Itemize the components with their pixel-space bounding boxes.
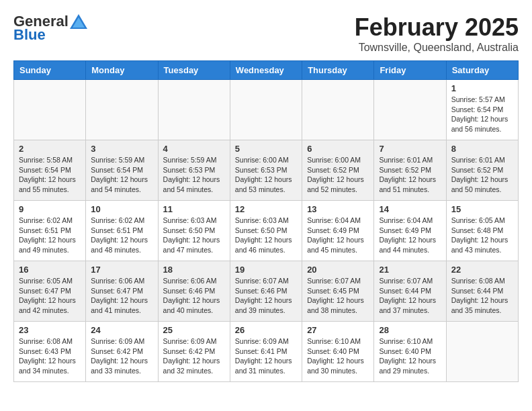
weekday-header-sunday: Sunday — [14, 61, 86, 80]
calendar-week-row: 2Sunrise: 5:58 AM Sunset: 6:54 PM Daylig… — [14, 140, 519, 201]
calendar-day-cell: 13Sunrise: 6:04 AM Sunset: 6:49 PM Dayli… — [302, 201, 374, 261]
calendar-day-cell: 8Sunrise: 6:01 AM Sunset: 6:52 PM Daylig… — [446, 140, 518, 201]
weekday-header-saturday: Saturday — [446, 61, 518, 80]
day-info: Sunrise: 6:07 AM Sunset: 6:44 PM Dayligh… — [379, 276, 441, 316]
day-info: Sunrise: 6:03 AM Sunset: 6:50 PM Dayligh… — [235, 216, 297, 255]
day-info: Sunrise: 6:08 AM Sunset: 6:44 PM Dayligh… — [451, 276, 513, 316]
weekday-header-friday: Friday — [374, 61, 446, 80]
day-info: Sunrise: 6:04 AM Sunset: 6:49 PM Dayligh… — [379, 216, 441, 255]
weekday-header-monday: Monday — [86, 61, 158, 80]
day-info: Sunrise: 6:05 AM Sunset: 6:47 PM Dayligh… — [19, 276, 81, 316]
day-info: Sunrise: 6:02 AM Sunset: 6:51 PM Dayligh… — [19, 216, 81, 255]
calendar-day-cell: 24Sunrise: 6:09 AM Sunset: 6:42 PM Dayli… — [86, 322, 158, 382]
day-number: 5 — [235, 144, 297, 154]
day-number: 9 — [19, 204, 81, 214]
calendar-day-cell: 7Sunrise: 6:01 AM Sunset: 6:52 PM Daylig… — [374, 140, 446, 201]
day-info: Sunrise: 6:06 AM Sunset: 6:47 PM Dayligh… — [91, 276, 152, 316]
day-number: 6 — [307, 144, 369, 154]
calendar-day-cell: 20Sunrise: 6:07 AM Sunset: 6:45 PM Dayli… — [302, 261, 374, 322]
calendar-day-cell: 28Sunrise: 6:10 AM Sunset: 6:40 PM Dayli… — [374, 322, 446, 382]
day-number: 18 — [163, 265, 225, 275]
calendar-day-cell — [158, 80, 230, 140]
day-number: 1 — [451, 83, 513, 93]
calendar-day-cell: 9Sunrise: 6:02 AM Sunset: 6:51 PM Daylig… — [14, 201, 86, 261]
calendar-day-cell: 6Sunrise: 6:00 AM Sunset: 6:52 PM Daylig… — [302, 140, 374, 201]
day-info: Sunrise: 5:59 AM Sunset: 6:53 PM Dayligh… — [163, 155, 225, 195]
calendar-day-cell — [86, 80, 158, 140]
day-number: 17 — [91, 265, 152, 275]
logo: General Blue — [13, 13, 87, 43]
day-number: 7 — [379, 144, 441, 154]
day-number: 21 — [379, 265, 441, 275]
day-number: 16 — [19, 265, 81, 275]
calendar-table: SundayMondayTuesdayWednesdayThursdayFrid… — [13, 60, 519, 382]
location-title: Townsville, Queensland, Australia — [355, 42, 519, 54]
day-info: Sunrise: 6:10 AM Sunset: 6:40 PM Dayligh… — [307, 336, 369, 376]
day-number: 23 — [19, 325, 81, 335]
calendar-week-row: 9Sunrise: 6:02 AM Sunset: 6:51 PM Daylig… — [14, 201, 519, 261]
calendar-day-cell: 15Sunrise: 6:05 AM Sunset: 6:48 PM Dayli… — [446, 201, 518, 261]
calendar-day-cell: 23Sunrise: 6:08 AM Sunset: 6:43 PM Dayli… — [14, 322, 86, 382]
day-info: Sunrise: 6:04 AM Sunset: 6:49 PM Dayligh… — [307, 216, 369, 255]
day-number: 24 — [91, 325, 152, 335]
day-number: 27 — [307, 325, 369, 335]
day-number: 22 — [451, 265, 513, 275]
day-number: 12 — [235, 204, 297, 214]
day-number: 20 — [307, 265, 369, 275]
day-number: 15 — [451, 204, 513, 214]
day-info: Sunrise: 5:59 AM Sunset: 6:54 PM Dayligh… — [91, 155, 152, 195]
day-info: Sunrise: 5:58 AM Sunset: 6:54 PM Dayligh… — [19, 155, 81, 195]
day-info: Sunrise: 6:07 AM Sunset: 6:46 PM Dayligh… — [235, 276, 297, 316]
day-info: Sunrise: 6:07 AM Sunset: 6:45 PM Dayligh… — [307, 276, 369, 316]
weekday-header-row: SundayMondayTuesdayWednesdayThursdayFrid… — [14, 61, 519, 80]
day-info: Sunrise: 5:57 AM Sunset: 6:54 PM Dayligh… — [451, 95, 513, 134]
calendar-day-cell: 1Sunrise: 5:57 AM Sunset: 6:54 PM Daylig… — [446, 80, 518, 140]
calendar-day-cell: 22Sunrise: 6:08 AM Sunset: 6:44 PM Dayli… — [446, 261, 518, 322]
calendar-week-row: 1Sunrise: 5:57 AM Sunset: 6:54 PM Daylig… — [14, 80, 519, 140]
calendar-day-cell — [302, 80, 374, 140]
day-info: Sunrise: 6:09 AM Sunset: 6:42 PM Dayligh… — [163, 336, 225, 376]
calendar-day-cell: 18Sunrise: 6:06 AM Sunset: 6:46 PM Dayli… — [158, 261, 230, 322]
day-info: Sunrise: 6:01 AM Sunset: 6:52 PM Dayligh… — [451, 155, 513, 195]
calendar-day-cell: 27Sunrise: 6:10 AM Sunset: 6:40 PM Dayli… — [302, 322, 374, 382]
page-header: General Blue February 2025 Townsville, Q… — [13, 13, 519, 54]
day-info: Sunrise: 6:09 AM Sunset: 6:42 PM Dayligh… — [91, 336, 152, 376]
day-number: 14 — [379, 204, 441, 214]
day-info: Sunrise: 6:10 AM Sunset: 6:40 PM Dayligh… — [379, 336, 441, 376]
calendar-day-cell: 10Sunrise: 6:02 AM Sunset: 6:51 PM Dayli… — [86, 201, 158, 261]
calendar-week-row: 23Sunrise: 6:08 AM Sunset: 6:43 PM Dayli… — [14, 322, 519, 382]
day-number: 3 — [91, 144, 152, 154]
calendar-day-cell: 4Sunrise: 5:59 AM Sunset: 6:53 PM Daylig… — [158, 140, 230, 201]
calendar-day-cell: 17Sunrise: 6:06 AM Sunset: 6:47 PM Dayli… — [86, 261, 158, 322]
day-number: 13 — [307, 204, 369, 214]
day-info: Sunrise: 6:00 AM Sunset: 6:53 PM Dayligh… — [235, 155, 297, 195]
day-number: 2 — [19, 144, 81, 154]
day-info: Sunrise: 6:05 AM Sunset: 6:48 PM Dayligh… — [451, 216, 513, 255]
calendar-day-cell: 5Sunrise: 6:00 AM Sunset: 6:53 PM Daylig… — [230, 140, 302, 201]
calendar-day-cell: 21Sunrise: 6:07 AM Sunset: 6:44 PM Dayli… — [374, 261, 446, 322]
calendar-day-cell — [374, 80, 446, 140]
title-block: February 2025 Townsville, Queensland, Au… — [355, 13, 519, 54]
calendar-day-cell: 2Sunrise: 5:58 AM Sunset: 6:54 PM Daylig… — [14, 140, 86, 201]
day-info: Sunrise: 6:01 AM Sunset: 6:52 PM Dayligh… — [379, 155, 441, 195]
calendar-day-cell — [446, 322, 518, 382]
day-number: 26 — [235, 325, 297, 335]
weekday-header-thursday: Thursday — [302, 61, 374, 80]
day-info: Sunrise: 6:03 AM Sunset: 6:50 PM Dayligh… — [163, 216, 225, 255]
calendar-day-cell: 26Sunrise: 6:09 AM Sunset: 6:41 PM Dayli… — [230, 322, 302, 382]
calendar-day-cell: 19Sunrise: 6:07 AM Sunset: 6:46 PM Dayli… — [230, 261, 302, 322]
logo-icon — [70, 14, 87, 29]
day-number: 8 — [451, 144, 513, 154]
calendar-day-cell: 11Sunrise: 6:03 AM Sunset: 6:50 PM Dayli… — [158, 201, 230, 261]
calendar-day-cell: 25Sunrise: 6:09 AM Sunset: 6:42 PM Dayli… — [158, 322, 230, 382]
day-info: Sunrise: 6:02 AM Sunset: 6:51 PM Dayligh… — [91, 216, 152, 255]
day-info: Sunrise: 6:06 AM Sunset: 6:46 PM Dayligh… — [163, 276, 225, 316]
day-info: Sunrise: 6:00 AM Sunset: 6:52 PM Dayligh… — [307, 155, 369, 195]
month-title: February 2025 — [355, 13, 519, 42]
day-number: 25 — [163, 325, 225, 335]
calendar-day-cell: 12Sunrise: 6:03 AM Sunset: 6:50 PM Dayli… — [230, 201, 302, 261]
day-number: 11 — [163, 204, 225, 214]
day-number: 4 — [163, 144, 225, 154]
calendar-day-cell: 3Sunrise: 5:59 AM Sunset: 6:54 PM Daylig… — [86, 140, 158, 201]
calendar-day-cell — [230, 80, 302, 140]
